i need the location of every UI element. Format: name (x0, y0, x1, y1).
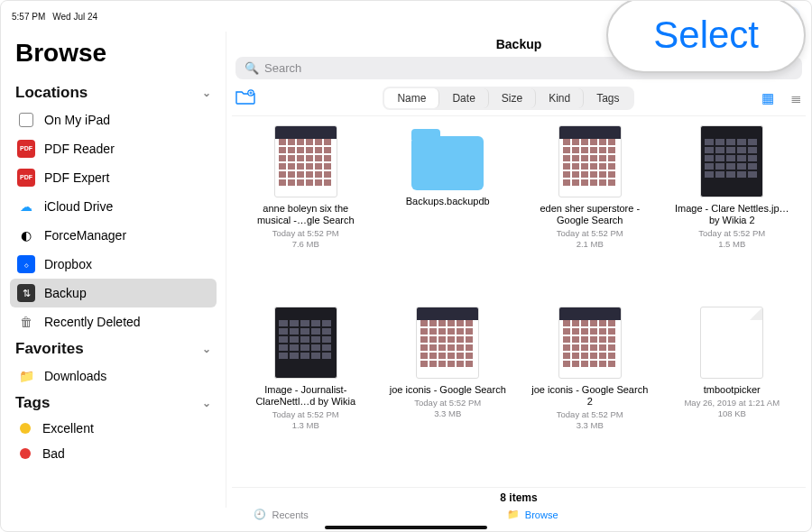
file-item[interactable]: eden sher superstore - Google SearchToda… (521, 125, 659, 298)
status-date: Wed Jul 24 (52, 12, 97, 22)
file-name: Image - Clare Nettles.jp…by Wikia 2 (673, 203, 790, 226)
sidebar-item-label: PDF Reader (44, 142, 115, 156)
tag-excellent[interactable]: Excellent (10, 416, 217, 441)
sort-date[interactable]: Date (439, 88, 488, 108)
new-folder-icon[interactable] (235, 88, 255, 109)
search-placeholder: Search (264, 61, 301, 75)
sidebar-item-label: Downloads (44, 369, 106, 383)
section-tags-label: Tags (15, 394, 50, 412)
file-meta: Today at 5:52 PM2.1 MB (557, 228, 623, 250)
folder-icon: 📁 (507, 509, 520, 520)
section-locations-label: Locations (15, 84, 88, 102)
list-view-icon[interactable]: ≣ (790, 90, 802, 106)
sidebar-item-on-my-ipad[interactable]: On My iPad (10, 105, 217, 134)
thumbnail (558, 125, 622, 197)
tag-bad[interactable]: Bad (10, 441, 217, 466)
file-item[interactable]: joe iconis - Google Search 2Today at 5:5… (521, 307, 659, 479)
select-callout[interactable]: Select (606, 0, 806, 73)
sidebar-item-recently-deleted[interactable]: 🗑Recently Deleted (10, 307, 217, 336)
file-meta: Today at 5:52 PM1.5 MB (698, 228, 765, 250)
file-item[interactable]: Backups.backupdb (380, 125, 517, 298)
sidebar-item-label: Dropbox (44, 257, 92, 271)
sidebar-item-downloads[interactable]: 📁Downloads (10, 362, 217, 390)
file-meta: Today at 5:52 PM7.6 MB (272, 228, 339, 250)
file-meta: May 26, 2019 at 1:21 AM108 KB (684, 398, 780, 419)
sidebar-item-label: On My iPad (44, 113, 110, 127)
home-indicator[interactable] (325, 526, 487, 529)
thumbnail (700, 125, 763, 197)
file-name: joe iconis - Google Search (390, 384, 506, 396)
sidebar-item-pdf-expert[interactable]: PDFPDF Expert (10, 163, 217, 192)
section-favorites-label: Favorites (15, 340, 84, 358)
file-name: Image - Journalist-ClareNettl…d by Wikia (247, 384, 364, 408)
tab-browse[interactable]: 📁 Browse (507, 509, 558, 520)
status-time: 5:57 PM (12, 12, 45, 22)
section-favorites[interactable]: Favorites ⌄ (10, 336, 217, 362)
tab-recents-label: Recents (272, 509, 308, 520)
file-name: eden sher superstore - Google Search (531, 203, 649, 226)
sidebar-item-forcemanager[interactable]: ◐ForceManager (10, 221, 217, 250)
file-item[interactable]: joe iconis - Google SearchToday at 5:52 … (380, 307, 517, 479)
file-item[interactable]: tmbootpickerMay 26, 2019 at 1:21 AM108 K… (664, 307, 801, 479)
sidebar-item-label: Excellent (42, 421, 94, 436)
sort-segmented[interactable]: NameDateSizeKindTags (383, 87, 633, 110)
chevron-down-icon: ⌄ (202, 87, 211, 99)
thumbnail (558, 307, 622, 379)
file-meta: Today at 5:52 PM3.3 MB (414, 398, 481, 419)
thumbnail (416, 307, 479, 379)
sort-kind[interactable]: Kind (536, 88, 584, 108)
sort-size[interactable]: Size (489, 88, 536, 108)
sidebar: Browse Locations ⌄ On My iPadPDFPDF Read… (1, 32, 226, 508)
file-item[interactable]: Image - Clare Nettles.jp…by Wikia 2Today… (664, 125, 801, 298)
sidebar-item-label: Bad (42, 446, 65, 461)
sidebar-item-label: PDF Expert (44, 170, 109, 185)
sidebar-item-label: Backup (44, 286, 87, 300)
sidebar-item-icloud-drive[interactable]: ☁︎iCloud Drive (10, 192, 217, 221)
bottom-tabbar: 🕘 Recents 📁 Browse (1, 503, 811, 526)
tag-color-dot (20, 423, 31, 434)
tag-color-dot (20, 448, 31, 459)
section-tags[interactable]: Tags ⌄ (10, 390, 217, 416)
chevron-down-icon: ⌄ (202, 343, 211, 355)
search-icon: 🔍 (245, 61, 259, 75)
tab-recents[interactable]: 🕘 Recents (254, 509, 308, 520)
tab-browse-label: Browse (525, 509, 558, 520)
file-name: Backups.backupdb (406, 196, 490, 207)
thumbnail (274, 125, 337, 197)
sidebar-item-label: ForceManager (44, 228, 126, 243)
sidebar-item-pdf-reader[interactable]: PDFPDF Reader (10, 134, 217, 163)
clock-icon: 🕘 (254, 509, 266, 520)
section-locations[interactable]: Locations ⌄ (10, 80, 217, 105)
file-meta: Today at 5:52 PM1.3 MB (272, 409, 339, 431)
file-grid: anne boleyn six the musical -…gle Search… (232, 116, 806, 487)
sort-tags[interactable]: Tags (584, 88, 632, 108)
file-item[interactable]: anne boleyn six the musical -…gle Search… (237, 125, 374, 298)
browse-heading: Browse (10, 32, 217, 80)
file-name: anne boleyn six the musical -…gle Search (247, 203, 364, 226)
sidebar-item-dropbox[interactable]: ⬦Dropbox (10, 250, 217, 279)
file-meta: Today at 5:52 PM3.3 MB (557, 409, 623, 431)
chevron-down-icon: ⌄ (202, 397, 211, 409)
file-name: tmbootpicker (704, 384, 761, 396)
file-icon (700, 307, 763, 379)
file-name: joe iconis - Google Search 2 (531, 384, 649, 408)
content-pane: Backup 🔍 Search NameDateSizeKindTags ▦ ≣… (226, 32, 811, 508)
folder-icon (411, 136, 484, 190)
thumbnail (274, 307, 337, 379)
sidebar-item-label: iCloud Drive (44, 199, 113, 214)
sidebar-item-backup[interactable]: ⇅Backup (10, 279, 217, 307)
file-item[interactable]: Image - Journalist-ClareNettl…d by Wikia… (237, 307, 374, 479)
sort-name[interactable]: Name (384, 88, 439, 108)
grid-view-icon[interactable]: ▦ (761, 90, 774, 106)
sidebar-item-label: Recently Deleted (44, 315, 141, 329)
toolbar: NameDateSizeKindTags ▦ ≣ (232, 81, 806, 116)
